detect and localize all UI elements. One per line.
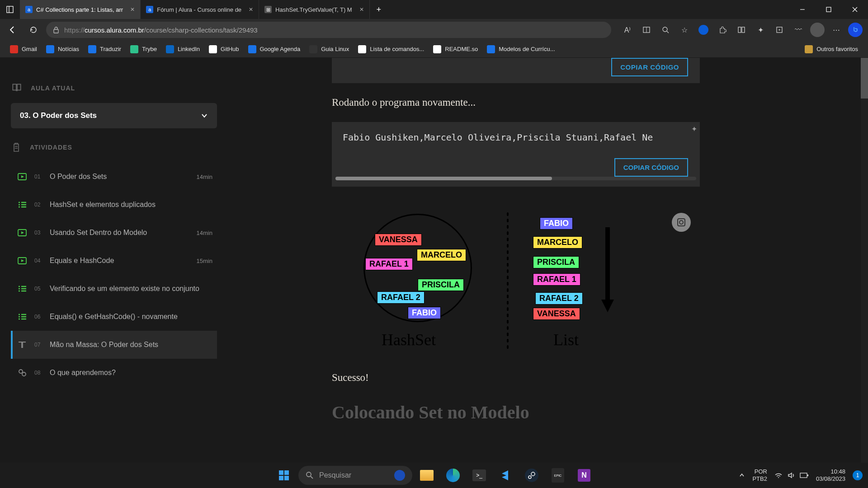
diagram-tag: PRISCILA bbox=[533, 256, 579, 268]
new-tab-button[interactable]: + bbox=[370, 5, 388, 14]
svg-point-38 bbox=[22, 372, 26, 376]
onenote-icon[interactable]: N bbox=[572, 465, 596, 486]
bookmark-item[interactable]: Google Agenda bbox=[244, 42, 305, 56]
browser-tab[interactable]: ⊞HashSet.TryGetValue(T, T) M✕ bbox=[259, 0, 370, 19]
epic-games-icon[interactable]: EPIC bbox=[546, 465, 570, 486]
vertical-scrollbar[interactable] bbox=[861, 58, 868, 463]
activity-item[interactable]: 05Verificando se um elemento existe no c… bbox=[11, 275, 217, 303]
notification-badge[interactable]: 1 bbox=[853, 470, 863, 480]
bing-chat-icon[interactable] bbox=[847, 22, 863, 38]
svg-rect-6 bbox=[54, 29, 58, 33]
activity-item[interactable]: 01O Poder dos Sets14min bbox=[11, 163, 217, 191]
bookmark-item[interactable]: README.so bbox=[429, 42, 482, 56]
volume-icon[interactable] bbox=[787, 471, 795, 479]
bookmark-item[interactable]: Trybe bbox=[126, 42, 161, 56]
diagram-tag: RAFAEL 2 bbox=[535, 292, 583, 305]
svg-point-49 bbox=[528, 476, 531, 479]
url-field[interactable]: https://cursos.alura.com.br/course/cshar… bbox=[46, 22, 611, 38]
svg-point-48 bbox=[531, 472, 535, 476]
vscode-icon[interactable] bbox=[494, 465, 517, 486]
extensions-icon[interactable] bbox=[714, 22, 731, 38]
svg-rect-39 bbox=[678, 219, 685, 226]
performance-icon[interactable]: 〰 bbox=[790, 22, 807, 38]
profile-icon[interactable] bbox=[809, 22, 826, 38]
course-sidebar: AULA ATUAL 03. O Poder dos Sets ATIVIDAD… bbox=[0, 58, 228, 463]
terminal-icon[interactable]: >_ bbox=[467, 465, 491, 486]
other-favorites[interactable]: Outros favoritos bbox=[800, 42, 863, 56]
horizontal-scrollbar[interactable] bbox=[335, 177, 696, 180]
activity-item[interactable]: 08O que aprendemos? bbox=[11, 359, 217, 387]
aula-atual-label: AULA ATUAL bbox=[34, 82, 217, 94]
list-label: List bbox=[553, 330, 579, 349]
activity-item[interactable]: 02HashSet e elementos duplicados bbox=[11, 191, 217, 219]
bookmark-item[interactable]: Lista de comandos... bbox=[354, 42, 429, 56]
bookmark-item[interactable]: Traduzir bbox=[84, 42, 126, 56]
hashset-list-diagram: HashSet List VANESSAMARCELORAFAEL 1PRISC… bbox=[332, 209, 700, 358]
code-block-top: COPIAR CÓDIGO bbox=[332, 58, 700, 83]
back-button[interactable] bbox=[5, 22, 21, 38]
maximize-button[interactable] bbox=[816, 0, 842, 19]
svg-point-46 bbox=[307, 472, 311, 477]
split-screen-icon[interactable] bbox=[733, 22, 750, 38]
sparkle-icon[interactable]: ✦ bbox=[691, 125, 697, 133]
prose-success: Sucesso! bbox=[332, 372, 850, 384]
immersive-reader-icon[interactable] bbox=[638, 22, 655, 38]
close-tab-icon[interactable]: ✕ bbox=[130, 6, 135, 13]
wifi-icon[interactable] bbox=[774, 471, 783, 479]
collections-icon[interactable] bbox=[771, 22, 788, 38]
battery-icon[interactable] bbox=[800, 472, 809, 479]
svg-point-9 bbox=[663, 27, 667, 32]
diagram-tag: RAFAEL 1 bbox=[365, 258, 413, 270]
start-button[interactable] bbox=[272, 465, 296, 486]
read-aloud-icon[interactable]: A⁾ bbox=[619, 22, 636, 38]
folder-icon bbox=[805, 45, 813, 53]
code-output-block: ✦ Fabio Gushiken,Marcelo Oliveira,Prisci… bbox=[332, 122, 700, 187]
taskbar-search[interactable]: Pesquisar bbox=[298, 466, 412, 485]
zoom-image-button[interactable] bbox=[672, 213, 691, 232]
bookmark-item[interactable]: Guia Linux bbox=[305, 42, 354, 56]
language-indicator[interactable]: POR PTB2 bbox=[752, 468, 767, 482]
close-window-button[interactable] bbox=[842, 0, 868, 19]
title-bar: aC# Collections parte 1: Listas, arr✕aFó… bbox=[0, 0, 868, 19]
minimize-button[interactable] bbox=[789, 0, 816, 19]
refresh-button[interactable] bbox=[25, 22, 42, 38]
activity-item[interactable]: 04Equals e HashCode15min bbox=[11, 247, 217, 275]
search-icon bbox=[306, 471, 314, 479]
activity-item[interactable]: 03Usando Set Dentro do Modelo14min bbox=[11, 219, 217, 247]
bookmark-favicon bbox=[46, 45, 54, 53]
profile-badge[interactable] bbox=[695, 22, 712, 38]
browser-tab[interactable]: aFórum | Alura - Cursos online de✕ bbox=[141, 0, 259, 19]
bookmark-item[interactable]: GitHub bbox=[204, 42, 243, 56]
list-icon bbox=[17, 200, 27, 210]
activity-item[interactable]: 07Mão na Massa: O Poder dos Sets bbox=[11, 331, 217, 359]
favorites-list-icon[interactable]: ✦ bbox=[752, 22, 769, 38]
bookmark-item[interactable]: LinkedIn bbox=[161, 42, 204, 56]
bookmark-item[interactable]: Gmail bbox=[5, 42, 42, 56]
steam-icon[interactable] bbox=[520, 465, 543, 486]
copy-code-button[interactable]: COPIAR CÓDIGO bbox=[611, 58, 688, 76]
diagram-tag: RAFAEL 1 bbox=[533, 273, 580, 286]
more-icon[interactable]: ⋯ bbox=[828, 22, 844, 38]
bookmark-item[interactable]: Modelos de Currícu... bbox=[482, 42, 559, 56]
divider bbox=[506, 211, 509, 349]
copy-code-button[interactable]: COPIAR CÓDIGO bbox=[614, 158, 688, 177]
zoom-icon[interactable] bbox=[657, 22, 674, 38]
quiz-icon bbox=[17, 368, 27, 378]
prose-text: Rodando o programa novamente... bbox=[332, 97, 850, 108]
svg-rect-50 bbox=[800, 473, 807, 478]
lock-icon bbox=[52, 26, 60, 33]
browser-tab[interactable]: aC# Collections parte 1: Listas, arr✕ bbox=[20, 0, 141, 19]
activity-item[interactable]: 06Equals() e GetHashCode() - novamente bbox=[11, 303, 217, 331]
current-lesson-dropdown[interactable]: 03. O Poder dos Sets bbox=[11, 103, 217, 128]
tray-overflow-icon[interactable] bbox=[739, 472, 745, 479]
address-bar: https://cursos.alura.com.br/course/cshar… bbox=[0, 19, 868, 41]
bookmark-item[interactable]: Notícias bbox=[42, 42, 84, 56]
explorer-icon[interactable] bbox=[415, 465, 439, 486]
close-tab-icon[interactable]: ✕ bbox=[249, 6, 253, 13]
clock[interactable]: 10:48 03/08/2023 bbox=[816, 468, 845, 482]
vertical-tabs-button[interactable] bbox=[0, 0, 20, 19]
svg-rect-0 bbox=[7, 6, 13, 13]
favorite-icon[interactable]: ☆ bbox=[676, 22, 693, 38]
edge-icon[interactable] bbox=[441, 465, 465, 486]
close-tab-icon[interactable]: ✕ bbox=[359, 6, 364, 13]
